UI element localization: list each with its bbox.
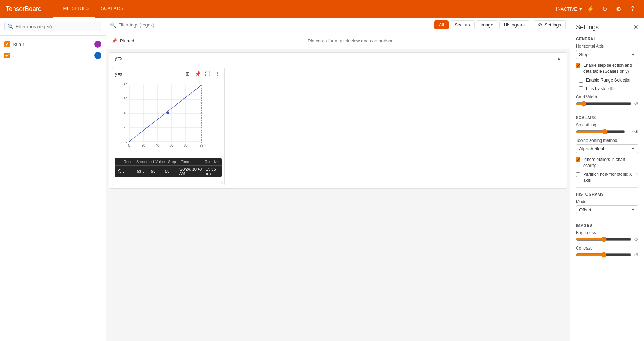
enable-range-checkbox[interactable] bbox=[579, 78, 583, 83]
settings-panel: Settings ✕ GENERAL Horizontal Axis Step … bbox=[570, 18, 644, 341]
resize-handle[interactable]: ⤡ bbox=[112, 180, 224, 185]
svg-text:80: 80 bbox=[124, 83, 128, 87]
brightness-label: Brightness bbox=[576, 230, 638, 235]
tooltip-run-0: . bbox=[123, 169, 136, 173]
tooltip-value-0: 55 bbox=[151, 169, 164, 173]
link-step-checkbox[interactable] bbox=[579, 86, 583, 91]
chart-group-toggle[interactable]: ▲ bbox=[556, 56, 561, 61]
fullscreen-chart-icon[interactable]: ⛶ bbox=[203, 70, 212, 78]
brightness-reset-icon[interactable]: ↺ bbox=[634, 237, 638, 242]
histogram-mode-row: Mode Offset Overlay bbox=[576, 199, 638, 214]
sort-icon-0: ↑ bbox=[23, 42, 25, 46]
chart-card-header: y=x ⊞ 📌 ⛶ ⋮ bbox=[112, 67, 224, 80]
refresh-icon[interactable]: ↻ bbox=[599, 3, 610, 14]
settings-close-icon[interactable]: ✕ bbox=[633, 23, 638, 31]
histogram-mode-select[interactable]: Offset Overlay bbox=[576, 205, 638, 214]
partition-checkbox[interactable] bbox=[576, 172, 580, 177]
chart-svg: 0 20 40 60 80 0 20 40 60 80 bbox=[115, 82, 217, 156]
contrast-label: Contrast bbox=[576, 246, 638, 251]
chart-card-actions: ⊞ 📌 ⛶ ⋮ bbox=[183, 70, 222, 78]
chart-highlight-dot bbox=[166, 111, 169, 114]
brightness-slider-row: ↺ bbox=[576, 237, 638, 242]
ignore-outliers-checkbox[interactable] bbox=[576, 157, 580, 162]
card-width-reset-icon[interactable]: ↺ bbox=[634, 101, 638, 107]
card-width-slider-row: ↺ bbox=[576, 101, 638, 107]
partition-label: Partition non-monotonic X axis bbox=[583, 172, 633, 184]
enable-step-label: Enable step selection and data table (Sc… bbox=[583, 62, 638, 74]
settings-title: Settings bbox=[576, 24, 599, 31]
svg-text:20: 20 bbox=[141, 144, 145, 148]
link-step-label: Link by step 99 bbox=[586, 86, 615, 92]
card-width-row: Card Width ↺ bbox=[576, 95, 638, 107]
svg-text:60: 60 bbox=[169, 144, 174, 148]
pin-chart-icon[interactable]: 📌 bbox=[193, 70, 202, 78]
link-step-row: Link by step 99 bbox=[576, 86, 638, 92]
filter-tags-wrap[interactable]: 🔍 bbox=[110, 22, 430, 28]
card-width-label: Card Width bbox=[576, 95, 638, 100]
chart-group-header: y=x ▲ bbox=[109, 53, 567, 64]
run-color-1 bbox=[94, 52, 101, 59]
sidebar: 🔍 Run ↑ . bbox=[0, 18, 106, 341]
run-label-1: . bbox=[13, 53, 91, 58]
filter-tab-scalars[interactable]: Scalars bbox=[450, 20, 474, 29]
run-item-0[interactable]: Run ↑ bbox=[0, 38, 106, 50]
expand-chart-icon[interactable]: ⊞ bbox=[183, 70, 192, 78]
brightness-row: Brightness ↺ bbox=[576, 230, 638, 242]
help-icon[interactable]: ? bbox=[627, 3, 638, 14]
settings-icon[interactable]: ⚙ bbox=[613, 3, 624, 14]
divider-1 bbox=[576, 111, 638, 111]
filter-tab-all[interactable]: All bbox=[434, 20, 449, 29]
tooltip-step-0: 55 bbox=[165, 169, 178, 173]
ignore-outliers-label: Ignore outliers in chart scaling bbox=[583, 157, 638, 169]
enable-step-checkbox[interactable] bbox=[576, 63, 580, 68]
horizontal-axis-select[interactable]: Step Relative Wall bbox=[576, 50, 638, 59]
filter-bar: 🔍 All Scalars Image Histogram ⚙ Settings bbox=[106, 18, 570, 32]
tooltip-col-smoothed: Smoothed bbox=[136, 160, 154, 164]
tooltip-time-0: 5/8/24, 10:40 AM bbox=[179, 167, 205, 175]
run-checkbox-1[interactable] bbox=[4, 53, 10, 58]
tooltip-sort-label: Tooltip sorting method bbox=[576, 138, 638, 143]
sidebar-search: 🔍 bbox=[0, 18, 106, 36]
chart-svg-wrap: 0 20 40 60 80 0 20 40 60 80 bbox=[112, 80, 224, 158]
tooltip-sort-select[interactable]: Alphabetical Ascending Descending Neares… bbox=[576, 144, 638, 153]
divider-2 bbox=[576, 187, 638, 188]
run-checkbox-0[interactable] bbox=[4, 41, 10, 47]
smoothing-row: Smoothing 0.6 bbox=[576, 122, 638, 134]
brightness-slider[interactable] bbox=[576, 237, 631, 242]
chart-group-title: y=x bbox=[115, 55, 122, 61]
svg-text:40: 40 bbox=[155, 144, 160, 148]
filter-tags-input[interactable] bbox=[118, 22, 430, 28]
filter-runs-input[interactable] bbox=[16, 24, 98, 29]
smoothing-value: 0.6 bbox=[628, 129, 638, 134]
arrow-down-icon[interactable]: ▾ bbox=[579, 6, 582, 12]
run-color-0 bbox=[94, 41, 101, 48]
contrast-row: Contrast ↺ bbox=[576, 246, 638, 258]
chart-card-0: y=x ⊞ 📌 ⛶ ⋮ bbox=[112, 67, 225, 185]
contrast-slider[interactable] bbox=[576, 252, 631, 258]
filter-tab-image[interactable]: Image bbox=[476, 20, 498, 29]
contrast-reset-icon[interactable]: ↺ bbox=[634, 252, 638, 258]
card-width-slider[interactable] bbox=[576, 101, 631, 107]
tooltip-col-step: Step bbox=[168, 160, 179, 164]
svg-text:0: 0 bbox=[128, 144, 130, 148]
partition-help-icon[interactable]: ? bbox=[636, 172, 638, 177]
brand-logo: TensorBoard bbox=[6, 5, 42, 13]
tab-scalars[interactable]: SCALARS bbox=[95, 0, 129, 18]
enable-step-row: Enable step selection and data table (Sc… bbox=[576, 62, 638, 74]
svg-text:0: 0 bbox=[125, 139, 127, 143]
notifications-icon[interactable]: ⚡ bbox=[585, 3, 596, 14]
more-chart-icon[interactable]: ⋮ bbox=[213, 70, 222, 78]
settings-button[interactable]: ⚙ Settings bbox=[534, 20, 566, 29]
run-item-1[interactable]: . bbox=[0, 50, 106, 61]
svg-text:99: 99 bbox=[199, 144, 204, 148]
smoothing-slider[interactable] bbox=[576, 129, 625, 134]
tab-time-series[interactable]: TIME SERIES bbox=[53, 0, 95, 18]
filter-tab-histogram[interactable]: Histogram bbox=[499, 20, 529, 29]
tooltip-relative-0: 19.95 ms bbox=[206, 167, 219, 175]
svg-text:80: 80 bbox=[183, 144, 188, 148]
chart-grid: y=x ⊞ 📌 ⛶ ⋮ bbox=[109, 64, 567, 188]
chart-card-title: y=x bbox=[115, 71, 122, 77]
contrast-slider-row: ↺ bbox=[576, 252, 638, 258]
tooltip-col-run: Run bbox=[124, 160, 135, 164]
filter-runs-wrap[interactable]: 🔍 bbox=[4, 22, 101, 31]
